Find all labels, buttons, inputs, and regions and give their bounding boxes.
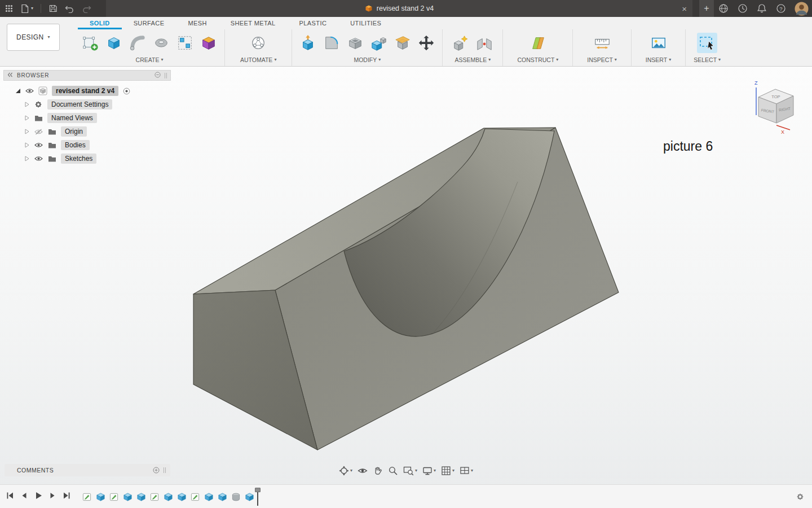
- timeline-step-back-button[interactable]: [20, 491, 29, 502]
- split-body-button[interactable]: [392, 33, 413, 53]
- look-at-button[interactable]: [358, 466, 368, 476]
- close-tab-button[interactable]: ×: [682, 0, 687, 17]
- grid-snaps-button[interactable]: ▾: [441, 466, 454, 476]
- visibility-toggle[interactable]: [32, 142, 45, 148]
- timeline-go-to-start-button[interactable]: [6, 491, 15, 502]
- browser-item-origin[interactable]: Origin: [3, 125, 171, 138]
- expand-toggle[interactable]: [23, 156, 32, 161]
- timeline-feature-extrude[interactable]: [164, 492, 173, 502]
- construct-plane-button[interactable]: [528, 33, 548, 53]
- timeline-feature-extrude[interactable]: [123, 492, 133, 502]
- construct-menu[interactable]: CONSTRUCT ▾: [517, 56, 558, 63]
- browser-root-label[interactable]: revised stand 2 v4: [52, 86, 118, 96]
- new-component-button[interactable]: [451, 33, 471, 53]
- orbit-button[interactable]: ▾: [339, 466, 352, 476]
- select-menu[interactable]: SELECT ▾: [694, 56, 721, 63]
- document-tab[interactable]: revised stand 2 v4 ×: [106, 0, 692, 17]
- configure-button[interactable]: [248, 33, 268, 53]
- shell-button[interactable]: [345, 33, 365, 53]
- job-status-button[interactable]: [733, 3, 752, 14]
- expand-toggle[interactable]: [14, 88, 23, 94]
- move-copy-button[interactable]: [416, 33, 436, 53]
- revolve-button[interactable]: [151, 33, 171, 53]
- modify-menu[interactable]: MODIFY ▾: [354, 56, 381, 63]
- timeline-feature-extrude[interactable]: [245, 492, 254, 502]
- browser-item-label[interactable]: Named Views: [47, 113, 97, 123]
- visibility-toggle[interactable]: [23, 88, 36, 94]
- browser-item-sketches[interactable]: Sketches: [3, 152, 171, 165]
- tab-sheet-metal[interactable]: SHEET METAL: [219, 17, 288, 29]
- tab-utilities[interactable]: UTILITIES: [338, 17, 393, 29]
- file-menu-button[interactable]: ▾: [20, 4, 33, 14]
- timeline-feature-extrude[interactable]: [177, 492, 187, 502]
- select-button[interactable]: [697, 33, 717, 53]
- inspect-menu[interactable]: INSPECT ▾: [587, 56, 617, 63]
- timeline-feature-extrude[interactable]: [96, 492, 105, 502]
- browser-item-document-settings[interactable]: Document Settings: [3, 98, 171, 111]
- undo-button[interactable]: [65, 5, 74, 13]
- extrude-button[interactable]: [104, 33, 124, 53]
- timeline-feature-sketch[interactable]: [191, 492, 200, 502]
- combine-button[interactable]: [369, 33, 389, 53]
- save-button[interactable]: [48, 4, 58, 13]
- create-menu[interactable]: CREATE ▾: [136, 56, 164, 63]
- tab-plastic[interactable]: PLASTIC: [288, 17, 339, 29]
- visibility-toggle[interactable]: [32, 129, 45, 135]
- create-sketch-button[interactable]: [80, 33, 100, 53]
- browser-item-label[interactable]: Bodies: [61, 140, 90, 150]
- joint-button[interactable]: [474, 33, 495, 53]
- activate-component-radio[interactable]: [123, 87, 130, 95]
- timeline-feature-sketch[interactable]: [150, 492, 160, 502]
- browser-item-bodies[interactable]: Bodies: [3, 138, 171, 152]
- collapse-panel-button[interactable]: [7, 72, 13, 78]
- browser-root-row[interactable]: revised stand 2 v4: [3, 84, 171, 98]
- zoom-button[interactable]: [388, 466, 398, 476]
- timeline-feature-sketch[interactable]: [109, 492, 119, 502]
- tab-mesh[interactable]: MESH: [176, 17, 218, 29]
- view-cube[interactable]: Z X TOP FRONT RIGHT: [747, 78, 804, 137]
- browser-item-label[interactable]: Document Settings: [47, 99, 112, 110]
- user-avatar[interactable]: [791, 2, 812, 16]
- browser-item-label[interactable]: Sketches: [61, 154, 96, 164]
- timeline-feature-cylinder[interactable]: [231, 492, 241, 502]
- pan-button[interactable]: [373, 466, 383, 476]
- measure-button[interactable]: [592, 33, 612, 53]
- fillet-button[interactable]: [321, 33, 342, 53]
- timeline-step-forward-button[interactable]: [48, 491, 57, 502]
- display-settings-button[interactable]: ▾: [422, 466, 436, 476]
- app-grid-button[interactable]: [5, 5, 13, 12]
- timeline-feature-sketch[interactable]: [82, 492, 92, 502]
- expand-toggle[interactable]: [23, 142, 32, 148]
- workspace-selector[interactable]: DESIGN ▾: [7, 24, 60, 51]
- automate-menu[interactable]: AUTOMATE ▾: [240, 56, 276, 63]
- timeline-feature-extrude[interactable]: [136, 492, 146, 502]
- comments-bar[interactable]: COMMENTS: [5, 464, 170, 476]
- panel-drag-handle[interactable]: [165, 73, 167, 78]
- extensions-button[interactable]: [714, 3, 733, 14]
- comments-drag-handle[interactable]: [164, 467, 166, 473]
- insert-menu[interactable]: INSERT ▾: [646, 56, 671, 63]
- tab-solid[interactable]: SOLID: [78, 17, 122, 29]
- assemble-menu[interactable]: ASSEMBLE ▾: [455, 56, 491, 63]
- timeline-go-to-end-button[interactable]: [62, 491, 71, 502]
- timeline-feature-extrude[interactable]: [218, 492, 227, 502]
- new-tab-button[interactable]: +: [699, 0, 714, 17]
- create-form-button[interactable]: [198, 33, 219, 53]
- tab-surface[interactable]: SURFACE: [122, 17, 176, 29]
- zoom-window-button[interactable]: ▾: [403, 466, 417, 476]
- timeline-feature-extrude[interactable]: [204, 492, 214, 502]
- help-button[interactable]: ?: [771, 3, 791, 14]
- expand-toggle[interactable]: [23, 129, 32, 134]
- browser-item-named-views[interactable]: Named Views: [3, 111, 171, 125]
- sweep-button[interactable]: [127, 33, 148, 53]
- timeline-settings-button[interactable]: [796, 485, 805, 508]
- insert-canvas-button[interactable]: [648, 33, 669, 53]
- add-comment-button[interactable]: [153, 467, 160, 474]
- expand-toggle[interactable]: [23, 115, 32, 121]
- browser-item-label[interactable]: Origin: [61, 126, 87, 137]
- press-pull-button[interactable]: [298, 33, 318, 53]
- pattern-button[interactable]: [175, 33, 195, 53]
- timeline-play-button[interactable]: [34, 491, 43, 502]
- panel-menu-button[interactable]: [155, 72, 161, 79]
- visibility-toggle[interactable]: [32, 156, 45, 161]
